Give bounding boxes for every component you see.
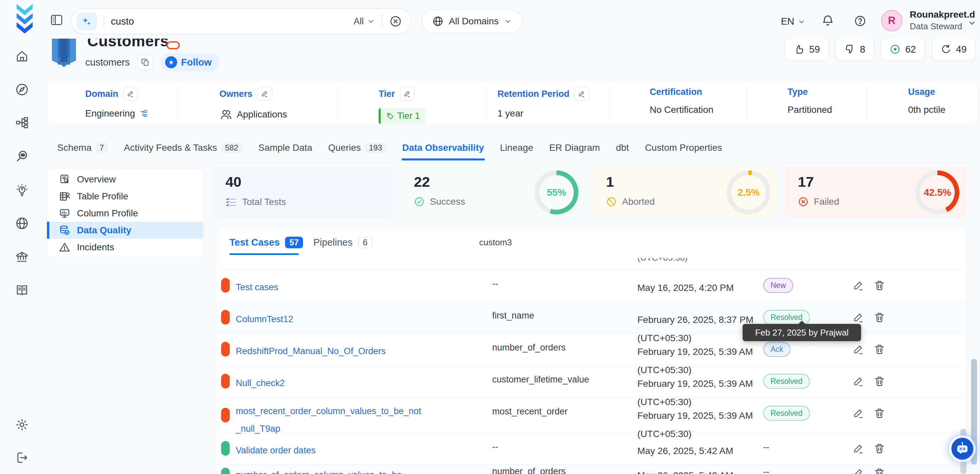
menu-item-column-profile[interactable]: Column Profile (47, 205, 203, 222)
user-menu[interactable]: Rounakpreet.d Data Steward (910, 9, 975, 32)
test-case-link[interactable]: Null_check2 (236, 374, 424, 392)
delete-test-button[interactable] (873, 279, 885, 291)
versions-button[interactable]: 49 (931, 37, 976, 61)
tab-custom-properties[interactable]: Custom Properties (644, 139, 723, 161)
question-circle-icon (854, 14, 867, 27)
gear-icon (15, 418, 29, 432)
tab-er-diagram[interactable]: ER Diagram (549, 139, 600, 161)
tab-activity-feeds[interactable]: Activity Feeds & Tasks582 (123, 139, 243, 161)
table-row[interactable]: most_recent_order_column_values_to_be_no… (216, 397, 966, 433)
table-row[interactable]: Test cases -- May 16, 2025, 4:20 PM(UTC+… (216, 269, 966, 301)
edit-retention-button[interactable] (574, 87, 589, 101)
metadata-owners: Owners Applications (220, 87, 287, 121)
edit-test-button[interactable] (853, 468, 864, 474)
status-badge[interactable]: Resolved (763, 374, 810, 389)
test-case-link[interactable]: RedshiftProd_Manual_No_Of_Orders (236, 342, 424, 360)
global-search[interactable]: custo All (71, 8, 412, 35)
language-dropdown[interactable]: EN (781, 16, 805, 27)
follow-button[interactable]: ★ Follow (161, 53, 220, 71)
nav-govern[interactable] (13, 248, 31, 266)
star-icon: ★ (165, 56, 177, 68)
status-badge[interactable]: Ack (763, 342, 791, 357)
tab-lineage[interactable]: Lineage (500, 139, 534, 161)
test-case-link[interactable]: ColumnTest12 (236, 310, 424, 328)
downvote-button[interactable]: 8 (835, 37, 875, 61)
thumbs-up-icon (794, 44, 805, 55)
version-history-icon (941, 44, 951, 55)
nav-logout[interactable] (13, 449, 31, 466)
chevron-down-icon[interactable] (968, 19, 976, 27)
delete-test-button[interactable] (873, 407, 885, 419)
floating-text: custom3 (479, 237, 512, 248)
delete-test-button[interactable] (873, 467, 885, 474)
app-logo-icon[interactable] (13, 4, 37, 35)
tab-dbt[interactable]: dbt (616, 139, 630, 161)
close-circle-icon (389, 14, 402, 28)
nav-lineage[interactable] (13, 114, 31, 131)
edit-test-button[interactable] (853, 443, 864, 454)
search-input[interactable]: custo (111, 16, 354, 27)
edit-test-button[interactable] (853, 376, 864, 387)
left-nav-rail (0, 39, 47, 474)
metadata-domain: Domain Engineering (85, 87, 148, 119)
tab-sample-data[interactable]: Sample Data (258, 139, 313, 161)
check-circle-icon (414, 196, 425, 207)
search-scope-dropdown[interactable]: All (354, 16, 375, 27)
tab-data-observability[interactable]: Data Observability (402, 139, 485, 161)
edit-test-button[interactable] (853, 280, 864, 291)
nav-insights[interactable] (13, 181, 31, 199)
menu-item-data-quality[interactable]: Data Quality (47, 222, 203, 239)
edit-test-button[interactable] (853, 344, 864, 355)
test-case-link[interactable]: Validate order dates (236, 442, 424, 460)
nav-home[interactable] (13, 48, 31, 65)
notifications-button[interactable] (821, 14, 834, 27)
trash-icon (873, 279, 885, 291)
edit-tier-button[interactable] (399, 87, 415, 101)
robot-icon (951, 438, 973, 460)
test-case-link[interactable]: number_of_orders_column_values_to_be_ (236, 466, 424, 474)
table-row[interactable]: Validate order dates -- May 26, 2025, 5:… (216, 433, 966, 464)
nav-explore[interactable] (13, 81, 31, 98)
table-row[interactable]: Null_check2 customer_lifetime_value Febr… (216, 365, 966, 397)
summary-card-success: 22 Success 55% (401, 167, 586, 218)
tab-queries[interactable]: Queries193 (328, 139, 387, 161)
sidebar-toggle-button[interactable] (50, 14, 63, 26)
test-case-link[interactable]: Test cases (236, 278, 424, 296)
status-badge[interactable]: New (763, 278, 793, 293)
status-square-failed (221, 408, 230, 422)
nav-observability[interactable] (13, 148, 31, 165)
delete-test-button[interactable] (873, 375, 885, 387)
tab-pipelines[interactable]: Pipelines6 (313, 237, 372, 248)
tab-test-cases[interactable]: Test Cases57 (229, 237, 303, 248)
ai-sparkle-icon[interactable] (76, 12, 97, 30)
nav-settings[interactable] (13, 416, 31, 433)
edit-owners-button[interactable] (257, 87, 272, 101)
upvote-button[interactable]: 59 (784, 37, 829, 61)
user-avatar[interactable]: R (881, 10, 902, 31)
delete-test-button[interactable] (873, 343, 885, 355)
edit-domain-button[interactable] (123, 87, 138, 101)
delete-test-button[interactable] (873, 442, 885, 454)
watchers-button[interactable]: 62 (880, 37, 925, 61)
tab-schema[interactable]: Schema7 (57, 139, 108, 161)
delete-test-button[interactable] (873, 311, 885, 323)
chatbot-button[interactable] (949, 435, 976, 462)
menu-item-table-profile[interactable]: Table Profile (47, 188, 203, 205)
table-row[interactable]: number_of_orders_column_values_to_be_ nu… (216, 464, 966, 474)
help-button[interactable] (854, 14, 867, 27)
globe-icon (432, 16, 444, 27)
menu-item-overview[interactable]: Overview (47, 171, 203, 188)
domains-dropdown[interactable]: All Domains (422, 9, 522, 33)
nav-domains[interactable] (13, 215, 31, 232)
menu-item-incidents[interactable]: Incidents (47, 239, 203, 256)
summary-card-aborted: 1 Aborted 2.5% (593, 167, 778, 218)
flow-icon (15, 116, 29, 129)
edit-test-button[interactable] (853, 408, 864, 419)
clear-search-button[interactable] (389, 14, 402, 28)
copy-name-button[interactable] (137, 54, 153, 70)
edit-test-button[interactable] (853, 312, 864, 323)
trash-icon (873, 407, 885, 419)
tier-badge: Tier 1 (379, 108, 426, 124)
status-badge[interactable]: Resolved (763, 406, 810, 421)
nav-glossary[interactable] (13, 282, 31, 299)
